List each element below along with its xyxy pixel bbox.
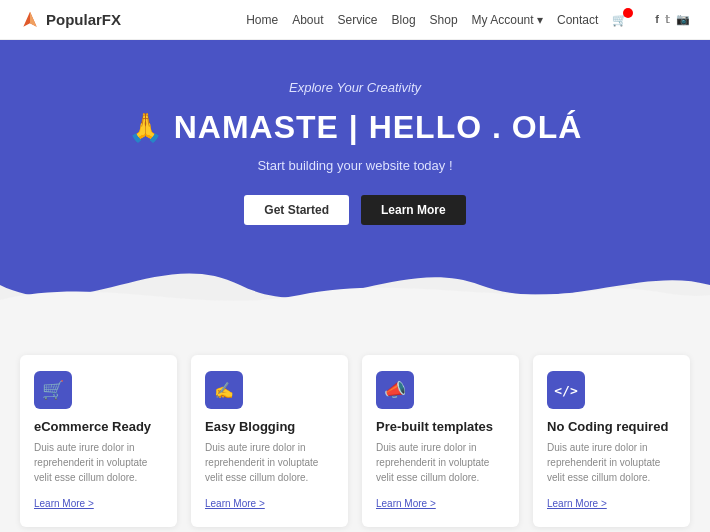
namaste-icon: 🙏: [128, 111, 164, 144]
nav-home[interactable]: Home: [246, 13, 278, 27]
blogging-icon-box: ✍: [205, 371, 243, 409]
blogging-icon: ✍: [214, 381, 234, 400]
ecommerce-title: eCommerce Ready: [34, 419, 163, 434]
nav-shop[interactable]: Shop: [430, 13, 458, 27]
navbar: PopularFX Home About Service Blog Shop M…: [0, 0, 710, 40]
feature-card-nocoding: </> No Coding required Duis aute irure d…: [533, 355, 690, 527]
social-icons: f 𝕥 📷: [655, 13, 690, 26]
templates-title: Pre-built templates: [376, 419, 505, 434]
hero-description: Start building your website today !: [20, 158, 690, 173]
templates-icon-box: 📣: [376, 371, 414, 409]
nocoding-title: No Coding required: [547, 419, 676, 434]
blogging-title: Easy Blogging: [205, 419, 334, 434]
ecommerce-icon-box: 🛒: [34, 371, 72, 409]
get-started-button[interactable]: Get Started: [244, 195, 349, 225]
feature-card-templates: 📣 Pre-built templates Duis aute irure do…: [362, 355, 519, 527]
nav-blog[interactable]: Blog: [392, 13, 416, 27]
nav-contact[interactable]: Contact: [557, 13, 598, 27]
hero-title: 🙏 NAMASTE | HELLO . OLÁ: [20, 109, 690, 146]
nocoding-link[interactable]: Learn More >: [547, 498, 607, 509]
hero-title-text: NAMASTE | HELLO . OLÁ: [174, 109, 583, 146]
feature-card-blogging: ✍ Easy Blogging Duis aute irure dolor in…: [191, 355, 348, 527]
ecommerce-link[interactable]: Learn More >: [34, 498, 94, 509]
logo[interactable]: PopularFX: [20, 10, 140, 30]
nav-links: Home About Service Blog Shop My Account …: [246, 13, 690, 27]
learn-more-button[interactable]: Learn More: [361, 195, 466, 225]
svg-marker-1: [30, 11, 37, 26]
features-grid: 🛒 eCommerce Ready Duis aute irure dolor …: [20, 355, 690, 527]
templates-link[interactable]: Learn More >: [376, 498, 436, 509]
twitter-icon[interactable]: 𝕥: [665, 13, 670, 26]
ecommerce-desc: Duis aute irure dolor in reprehenderit i…: [34, 440, 163, 485]
hero-section: Explore Your Creativity 🙏 NAMASTE | HELL…: [0, 40, 710, 325]
blogging-link[interactable]: Learn More >: [205, 498, 265, 509]
features-section: 🛒 eCommerce Ready Duis aute irure dolor …: [0, 325, 710, 532]
nocoding-icon: </>: [554, 383, 577, 398]
myaccount-arrow: ▾: [537, 13, 543, 27]
nav-about[interactable]: About: [292, 13, 323, 27]
ecommerce-icon: 🛒: [42, 379, 64, 401]
feature-card-ecommerce: 🛒 eCommerce Ready Duis aute irure dolor …: [20, 355, 177, 527]
hero-buttons: Get Started Learn More: [20, 195, 690, 225]
nocoding-icon-box: </>: [547, 371, 585, 409]
cart-badge: [623, 8, 633, 18]
nocoding-desc: Duis aute irure dolor in reprehenderit i…: [547, 440, 676, 485]
logo-text: PopularFX: [46, 11, 121, 28]
nav-service[interactable]: Service: [338, 13, 378, 27]
nav-myaccount[interactable]: My Account ▾: [472, 13, 543, 27]
hero-subtitle: Explore Your Creativity: [20, 80, 690, 95]
templates-icon: 📣: [384, 379, 406, 401]
blogging-desc: Duis aute irure dolor in reprehenderit i…: [205, 440, 334, 485]
logo-icon: [20, 10, 40, 30]
templates-desc: Duis aute irure dolor in reprehenderit i…: [376, 440, 505, 485]
cart-icon[interactable]: 🛒: [612, 13, 627, 27]
wave-decoration: [0, 245, 710, 325]
instagram-icon[interactable]: 📷: [676, 13, 690, 26]
facebook-icon[interactable]: f: [655, 13, 659, 26]
